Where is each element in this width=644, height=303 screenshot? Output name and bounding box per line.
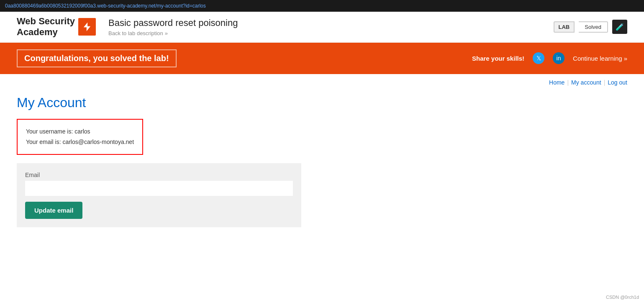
- email-field-label: Email: [25, 172, 293, 178]
- linkedin-link[interactable]: in: [553, 52, 564, 64]
- username-label: Your username is:: [26, 128, 73, 135]
- top-nav: Home | My account | Log out: [0, 74, 644, 91]
- twitter-link[interactable]: 𝕏: [533, 52, 544, 64]
- username-value: carlos: [74, 128, 90, 135]
- back-to-lab-link[interactable]: Back to lab description »: [108, 30, 168, 36]
- update-email-button[interactable]: Update email: [25, 202, 82, 219]
- home-link[interactable]: Home: [549, 79, 564, 86]
- logo-icon: [78, 18, 96, 36]
- nav-separator-1: |: [567, 79, 569, 86]
- url-bar: 0aa800880469a6b0080532192009f00a3.web-se…: [5, 3, 206, 9]
- page-title: My Account: [17, 95, 276, 110]
- svg-marker-0: [84, 23, 90, 31]
- congrats-message: Congratulations, you solved the lab!: [17, 49, 177, 67]
- lab-title: Basic password reset poisoning: [108, 18, 541, 28]
- logo-container: Web Security Academy: [17, 16, 96, 38]
- lab-badge: LAB: [554, 21, 575, 33]
- banner-right: Share your skills! 𝕏 in Continue learnin…: [472, 52, 627, 64]
- my-account-link[interactable]: My account: [571, 79, 601, 86]
- email-input[interactable]: [25, 181, 293, 196]
- email-line: Your email is: carlos@carlos-montoya.net: [26, 137, 134, 147]
- main-content: My Account Your username is: carlos Your…: [0, 91, 293, 244]
- logo-text: Web Security Academy: [17, 16, 75, 38]
- solved-badge: Solved: [579, 21, 608, 33]
- flask-button[interactable]: 🧪: [612, 20, 627, 34]
- username-line: Your username is: carlos: [26, 126, 134, 137]
- linkedin-icon: in: [557, 55, 561, 62]
- site-header: Web Security Academy Basic password rese…: [0, 12, 644, 43]
- email-value: carlos@carlos-montoya.net: [62, 139, 134, 145]
- share-label: Share your skills!: [472, 55, 524, 62]
- success-banner: Congratulations, you solved the lab! Sha…: [0, 43, 644, 74]
- url-path: /my-account?id=carlos: [155, 3, 205, 9]
- email-label: Your email is:: [26, 139, 61, 145]
- browser-bar: 0aa800880469a6b0080532192009f00a3.web-se…: [0, 0, 644, 12]
- continue-learning-link[interactable]: Continue learning »: [573, 55, 627, 62]
- header-right: LAB Solved 🧪: [554, 20, 627, 34]
- nav-separator-2: |: [604, 79, 606, 86]
- log-out-link[interactable]: Log out: [608, 79, 627, 86]
- user-info-box: Your username is: carlos Your email is: …: [17, 119, 143, 155]
- update-email-form: Email Update email: [17, 163, 301, 227]
- lab-title-section: Basic password reset poisoning Back to l…: [108, 18, 541, 36]
- url-domain: 0aa800880469a6b0080532192009f00a3.web-se…: [5, 3, 155, 9]
